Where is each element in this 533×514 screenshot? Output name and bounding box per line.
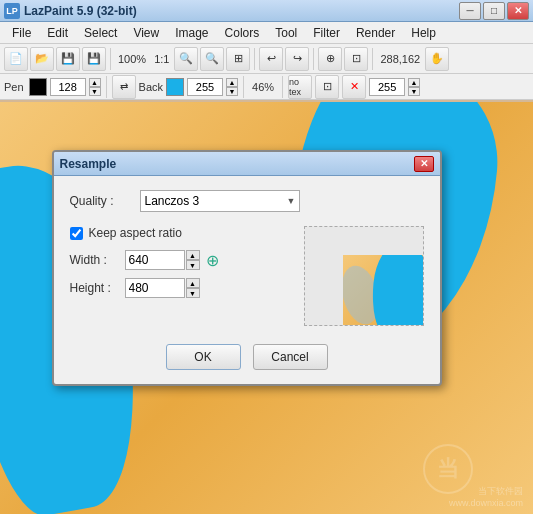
width-spinner: ▲ ▼ (186, 250, 200, 270)
menu-colors[interactable]: Colors (217, 24, 268, 42)
sep2 (254, 48, 255, 70)
zoom-out-button[interactable]: 🔍 (200, 47, 224, 71)
height-down-btn[interactable]: ▼ (186, 288, 200, 298)
keep-aspect-label: Keep aspect ratio (89, 226, 182, 240)
menu-image[interactable]: Image (167, 24, 216, 42)
menu-select[interactable]: Select (76, 24, 125, 42)
app-title: LazPaint 5.9 (32-bit) (24, 4, 459, 18)
pen-spinner: ▲ ▼ (89, 78, 101, 96)
sep6 (243, 76, 244, 98)
open-button[interactable]: 📂 (30, 47, 54, 71)
menu-filter[interactable]: Filter (305, 24, 348, 42)
sep7 (282, 76, 283, 98)
ok-button[interactable]: OK (166, 344, 241, 370)
menu-file[interactable]: File (4, 24, 39, 42)
left-col: Keep aspect ratio Width : ▲ ▼ ⊕ (70, 226, 294, 326)
copy-merged-button[interactable]: ⊕ (318, 47, 342, 71)
back-spinner: ▲ ▼ (226, 78, 238, 96)
back-color-swatch[interactable] (166, 78, 184, 96)
sep4 (372, 48, 373, 70)
undo-button[interactable]: ↩ (259, 47, 283, 71)
alpha-down-btn[interactable]: ▼ (408, 87, 420, 96)
aspect-link-icon[interactable]: ⊕ (206, 251, 224, 269)
back-value-input[interactable] (187, 78, 223, 96)
save-button[interactable]: 💾 (56, 47, 80, 71)
canvas-area[interactable]: Resample ✕ Quality : Nearest Linear Cosi… (0, 102, 533, 514)
height-input[interactable] (125, 278, 185, 298)
content-row: Keep aspect ratio Width : ▲ ▼ ⊕ (70, 226, 424, 326)
sep3 (313, 48, 314, 70)
zoom-fit-button[interactable]: ⊞ (226, 47, 250, 71)
sep1 (110, 48, 111, 70)
pen-up-btn[interactable]: ▲ (89, 78, 101, 87)
quality-row: Quality : Nearest Linear Cosine Lanczos … (70, 190, 424, 212)
keep-aspect-row: Keep aspect ratio (70, 226, 294, 240)
menu-tool[interactable]: Tool (267, 24, 305, 42)
height-label: Height : (70, 281, 125, 295)
width-up-btn[interactable]: ▲ (186, 250, 200, 260)
paste-button[interactable]: ⊡ (344, 47, 368, 71)
main-toolbar: 📄 📂 💾 💾 100% 1:1 🔍 🔍 ⊞ ↩ ↪ ⊕ ⊡ 288,162 ✋ (0, 44, 533, 74)
delete-btn[interactable]: ✕ (342, 75, 366, 99)
close-button[interactable]: ✕ (507, 2, 529, 20)
pen-value-input[interactable] (50, 78, 86, 96)
no-tex-btn[interactable]: no tex (288, 75, 312, 99)
maximize-button[interactable]: □ (483, 2, 505, 20)
width-input[interactable] (125, 250, 185, 270)
save-as-button[interactable]: 💾 (82, 47, 106, 71)
app-icon: LP (4, 3, 20, 19)
menu-view[interactable]: View (125, 24, 167, 42)
minimize-button[interactable]: ─ (459, 2, 481, 20)
menu-help[interactable]: Help (403, 24, 444, 42)
preview-box (304, 226, 424, 326)
back-down-btn[interactable]: ▼ (226, 87, 238, 96)
hand-tool[interactable]: ✋ (425, 47, 449, 71)
preview-background (343, 255, 423, 325)
pen-color-swatch[interactable] (29, 78, 47, 96)
height-up-btn[interactable]: ▲ (186, 278, 200, 288)
sep5 (106, 76, 107, 98)
dialog-titlebar: Resample ✕ (54, 152, 440, 176)
dialog-overlay: Resample ✕ Quality : Nearest Linear Cosi… (0, 102, 533, 514)
menu-bar: File Edit Select View Image Colors Tool … (0, 22, 533, 44)
alpha-value-input[interactable] (369, 78, 405, 96)
resample-dialog: Resample ✕ Quality : Nearest Linear Cosi… (52, 150, 442, 386)
link-icon-wrap: ⊕ (206, 251, 224, 269)
menu-render[interactable]: Render (348, 24, 403, 42)
dialog-close-button[interactable]: ✕ (414, 156, 434, 172)
width-down-btn[interactable]: ▼ (186, 260, 200, 270)
coords-display: 288,162 (377, 53, 423, 65)
back-label: Back (139, 81, 163, 93)
cancel-button[interactable]: Cancel (253, 344, 328, 370)
redo-button[interactable]: ↪ (285, 47, 309, 71)
keep-aspect-checkbox[interactable] (70, 227, 83, 240)
zoom-display: 100% (115, 53, 149, 65)
quality-select-wrap: Nearest Linear Cosine Lanczos 2 Lanczos … (140, 190, 300, 212)
width-row: Width : ▲ ▼ ⊕ (70, 250, 294, 270)
alpha-img-btn[interactable]: ⊡ (315, 75, 339, 99)
preview-canvas (343, 255, 423, 325)
height-spinner: ▲ ▼ (186, 278, 200, 298)
opacity-display: 46% (249, 81, 277, 93)
zoom-in-button[interactable]: 🔍 (174, 47, 198, 71)
dialog-title: Resample (60, 157, 414, 171)
quality-select[interactable]: Nearest Linear Cosine Lanczos 2 Lanczos … (140, 190, 300, 212)
width-label: Width : (70, 253, 125, 267)
titlebar-buttons: ─ □ ✕ (459, 2, 529, 20)
back-up-btn[interactable]: ▲ (226, 78, 238, 87)
pen-label: Pen (4, 81, 24, 93)
menu-edit[interactable]: Edit (39, 24, 76, 42)
height-row: Height : ▲ ▼ (70, 278, 294, 298)
alpha-up-btn[interactable]: ▲ (408, 78, 420, 87)
zoom-ratio: 1:1 (151, 53, 172, 65)
alpha-spinner: ▲ ▼ (408, 78, 420, 96)
title-bar: LP LazPaint 5.9 (32-bit) ─ □ ✕ (0, 0, 533, 22)
new-button[interactable]: 📄 (4, 47, 28, 71)
pen-toolbar: Pen ▲ ▼ ⇄ Back ▲ ▼ 46% no tex ⊡ ✕ ▲ ▼ (0, 74, 533, 100)
dialog-buttons: OK Cancel (70, 344, 424, 370)
dialog-body: Quality : Nearest Linear Cosine Lanczos … (54, 176, 440, 384)
preview-shape-blue (369, 255, 423, 325)
pen-down-btn[interactable]: ▼ (89, 87, 101, 96)
quality-label: Quality : (70, 194, 140, 208)
swap-colors-btn[interactable]: ⇄ (112, 75, 136, 99)
